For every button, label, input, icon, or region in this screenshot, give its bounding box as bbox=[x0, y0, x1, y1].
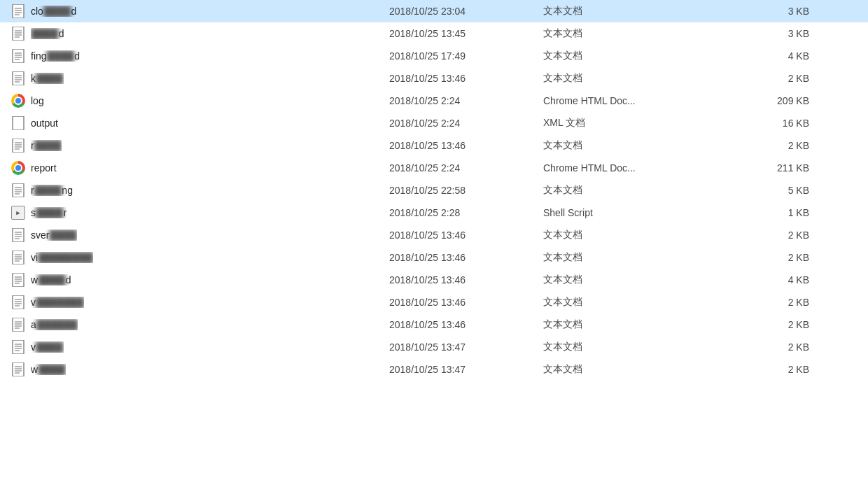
file-size: 2 KB bbox=[739, 319, 809, 330]
file-row[interactable]: w████ 2018/10/25 13:47 文本文档 2 KB bbox=[0, 358, 868, 381]
svg-rect-20 bbox=[13, 116, 24, 130]
doc-lines-icon bbox=[11, 318, 25, 332]
doc-lines-icon bbox=[11, 295, 25, 309]
file-name: ████d bbox=[31, 28, 64, 39]
file-row[interactable]: r████ng 2018/10/25 22:58 文本文档 5 KB bbox=[0, 179, 868, 202]
svg-rect-36 bbox=[13, 250, 24, 264]
file-name-col: a██████ bbox=[11, 318, 389, 332]
file-row[interactable]: clo████d 2018/10/25 23:04 文本文档 3 KB bbox=[0, 0, 868, 22]
file-date: 2018/10/25 13:47 bbox=[389, 364, 543, 375]
file-date: 2018/10/25 2:24 bbox=[389, 162, 543, 174]
file-size: 2 KB bbox=[739, 364, 809, 375]
file-size: 16 KB bbox=[739, 118, 809, 129]
file-name: a██████ bbox=[31, 319, 78, 330]
file-name: v████ bbox=[31, 341, 64, 353]
svg-rect-15 bbox=[13, 71, 24, 85]
file-row[interactable]: vi████████ 2018/10/25 13:46 文本文档 2 KB bbox=[0, 246, 868, 269]
svg-rect-5 bbox=[13, 27, 24, 41]
doc-lines-icon bbox=[11, 340, 25, 354]
file-size: 2 KB bbox=[739, 252, 809, 263]
file-row[interactable]: report 2018/10/25 2:24 Chrome HTML Doc..… bbox=[0, 157, 868, 179]
file-name-col: sver████ bbox=[11, 228, 389, 242]
file-size: 5 KB bbox=[739, 185, 809, 196]
svg-rect-31 bbox=[13, 228, 24, 242]
file-name-col: output bbox=[11, 116, 389, 130]
doc-lines-icon bbox=[11, 250, 25, 264]
file-type: 文本文档 bbox=[543, 363, 739, 376]
shell-icon: ▶ bbox=[11, 206, 25, 220]
file-row[interactable]: log 2018/10/25 2:24 Chrome HTML Doc... 2… bbox=[0, 90, 868, 112]
file-size: 3 KB bbox=[739, 6, 809, 17]
file-name: sver████ bbox=[31, 230, 77, 241]
file-row[interactable]: a██████ 2018/10/25 13:46 文本文档 2 KB bbox=[0, 313, 868, 336]
file-date: 2018/10/25 2:24 bbox=[389, 95, 543, 106]
svg-rect-61 bbox=[13, 362, 24, 376]
file-date: 2018/10/25 13:46 bbox=[389, 252, 543, 263]
file-name-col: ████d bbox=[11, 27, 389, 41]
file-type: Chrome HTML Doc... bbox=[543, 162, 739, 174]
file-name: report bbox=[31, 162, 57, 174]
svg-rect-51 bbox=[13, 318, 24, 332]
file-name-col: report bbox=[11, 161, 389, 175]
file-date: 2018/10/25 2:28 bbox=[389, 207, 543, 218]
file-type: 文本文档 bbox=[543, 251, 739, 264]
file-size: 4 KB bbox=[739, 50, 809, 62]
svg-rect-46 bbox=[13, 295, 24, 309]
file-row[interactable]: v████ 2018/10/25 13:47 文本文档 2 KB bbox=[0, 336, 868, 358]
file-row[interactable]: output 2018/10/25 2:24 XML 文档 16 KB bbox=[0, 112, 868, 134]
file-row[interactable]: r████ 2018/10/25 13:46 文本文档 2 KB bbox=[0, 134, 868, 157]
doc-lines-icon bbox=[11, 4, 25, 18]
svg-rect-0 bbox=[13, 4, 24, 18]
file-name-col: vi████████ bbox=[11, 250, 389, 264]
doc-lines-icon bbox=[11, 183, 25, 197]
file-name: output bbox=[31, 118, 58, 129]
file-size: 3 KB bbox=[739, 28, 809, 39]
file-row[interactable]: sver████ 2018/10/25 13:46 文本文档 2 KB bbox=[0, 224, 868, 246]
file-row[interactable]: v███████ 2018/10/25 13:46 文本文档 2 KB bbox=[0, 291, 868, 313]
file-size: 211 KB bbox=[739, 162, 809, 174]
file-date: 2018/10/25 13:45 bbox=[389, 28, 543, 39]
file-type: 文本文档 bbox=[543, 27, 739, 40]
file-type: 文本文档 bbox=[543, 5, 739, 17]
doc-lines-icon bbox=[11, 49, 25, 63]
file-name-col: v████ bbox=[11, 340, 389, 354]
doc-lines-icon bbox=[11, 139, 25, 153]
file-size: 2 KB bbox=[739, 297, 809, 308]
file-type: 文本文档 bbox=[543, 341, 739, 353]
doc-lines-icon bbox=[11, 228, 25, 242]
file-name-col: w████d bbox=[11, 273, 389, 287]
file-type: Shell Script bbox=[543, 207, 739, 218]
file-row[interactable]: ▶ s████r 2018/10/25 2:28 Shell Script 1 … bbox=[0, 202, 868, 224]
file-date: 2018/10/25 13:46 bbox=[389, 319, 543, 330]
doc-lines-icon bbox=[11, 27, 25, 41]
file-date: 2018/10/25 13:46 bbox=[389, 274, 543, 285]
file-row[interactable]: ████d 2018/10/25 13:45 文本文档 3 KB bbox=[0, 22, 868, 45]
file-name: w████ bbox=[31, 364, 66, 375]
file-row[interactable]: w████d 2018/10/25 13:46 文本文档 4 KB bbox=[0, 269, 868, 291]
file-name: fing████d bbox=[31, 50, 80, 62]
file-type: 文本文档 bbox=[543, 184, 739, 197]
file-name: log bbox=[31, 95, 44, 106]
file-size: 2 KB bbox=[739, 341, 809, 353]
file-date: 2018/10/25 13:47 bbox=[389, 341, 543, 353]
file-row[interactable]: fing████d 2018/10/25 17:49 文本文档 4 KB bbox=[0, 45, 868, 67]
file-name: w████d bbox=[31, 274, 71, 285]
file-row[interactable]: k████ 2018/10/25 13:46 文本文档 2 KB bbox=[0, 67, 868, 90]
file-type: 文本文档 bbox=[543, 296, 739, 309]
file-type: 文本文档 bbox=[543, 72, 739, 85]
file-date: 2018/10/25 22:58 bbox=[389, 185, 543, 196]
file-name-col: log bbox=[11, 94, 389, 108]
file-date: 2018/10/25 13:46 bbox=[389, 297, 543, 308]
chrome-icon bbox=[11, 161, 25, 175]
file-size: 209 KB bbox=[739, 95, 809, 106]
doc-lines-icon bbox=[11, 362, 25, 376]
file-date: 2018/10/25 2:24 bbox=[389, 118, 543, 129]
file-name-col: w████ bbox=[11, 362, 389, 376]
file-list: clo████d 2018/10/25 23:04 文本文档 3 KB ████… bbox=[0, 0, 868, 381]
file-type: 文本文档 bbox=[543, 229, 739, 241]
file-name: k████ bbox=[31, 73, 64, 84]
file-name-col: k████ bbox=[11, 71, 389, 85]
file-name-col: clo████d bbox=[11, 4, 389, 18]
file-date: 2018/10/25 17:49 bbox=[389, 50, 543, 62]
svg-rect-41 bbox=[13, 273, 24, 287]
